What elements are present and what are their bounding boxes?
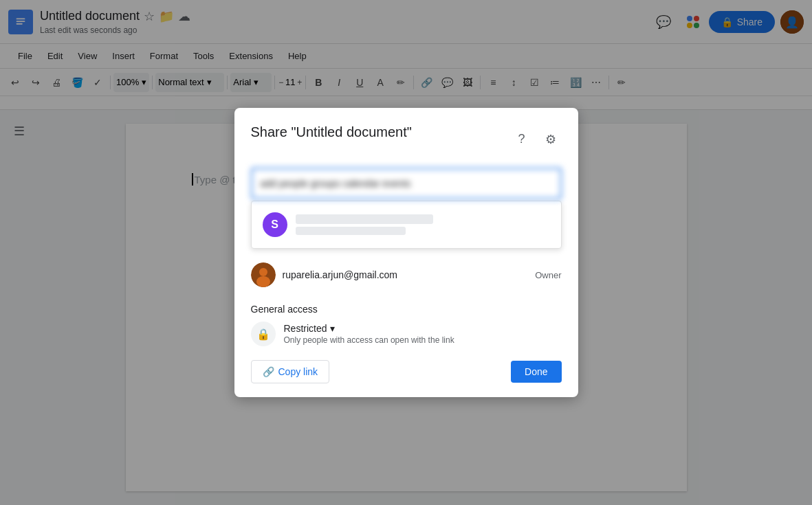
access-type-label: Restricted — [284, 323, 327, 334]
suggestion-dropdown: S — [251, 201, 562, 249]
people-section: ruparelia.arjun@gmail.com Owner — [251, 260, 562, 290]
person-role: Owner — [535, 270, 561, 280]
search-input-wrapper: S — [251, 168, 562, 249]
done-button[interactable]: Done — [511, 361, 561, 383]
person-info: ruparelia.arjun@gmail.com — [283, 269, 529, 280]
help-icon-btn[interactable]: ? — [511, 128, 533, 150]
access-desc: Only people with access can open with th… — [284, 335, 562, 345]
suggestion-name — [296, 214, 433, 224]
person-email: ruparelia.arjun@gmail.com — [283, 269, 529, 280]
general-access-title: General access — [251, 304, 562, 315]
dialog-title: Share "Untitled document" — [251, 124, 511, 140]
access-type-dropdown[interactable]: Restricted ▾ — [284, 323, 562, 334]
modal-overlay[interactable]: Share "Untitled document" ? ⚙ S — [0, 0, 812, 505]
dialog-header-icons: ? ⚙ — [511, 128, 562, 150]
link-icon: 🔗 — [263, 366, 274, 377]
suggestion-info — [296, 214, 433, 235]
chevron-down-icon: ▾ — [330, 323, 335, 334]
dialog-header: Share "Untitled document" ? ⚙ — [251, 124, 562, 154]
person-avatar — [251, 262, 276, 287]
general-access-section: General access 🔒 Restricted ▾ Only peopl… — [251, 304, 562, 346]
copy-link-button[interactable]: 🔗 Copy link — [251, 360, 330, 383]
svg-point-7 — [259, 268, 267, 276]
access-info: Restricted ▾ Only people with access can… — [284, 323, 562, 345]
suggestion-avatar: S — [263, 212, 287, 237]
suggestion-item[interactable]: S — [252, 207, 561, 243]
suggestion-email — [296, 227, 406, 235]
person-row: ruparelia.arjun@gmail.com Owner — [251, 260, 562, 290]
share-search-input[interactable] — [251, 168, 562, 199]
svg-point-8 — [256, 276, 270, 287]
share-dialog: Share "Untitled document" ? ⚙ S — [234, 108, 578, 397]
access-row: 🔒 Restricted ▾ Only people with access c… — [251, 322, 562, 346]
lock-icon-circle: 🔒 — [251, 322, 276, 346]
lock-icon: 🔒 — [256, 328, 270, 341]
settings-icon-btn[interactable]: ⚙ — [540, 128, 562, 150]
dialog-footer: 🔗 Copy link Done — [251, 360, 562, 383]
